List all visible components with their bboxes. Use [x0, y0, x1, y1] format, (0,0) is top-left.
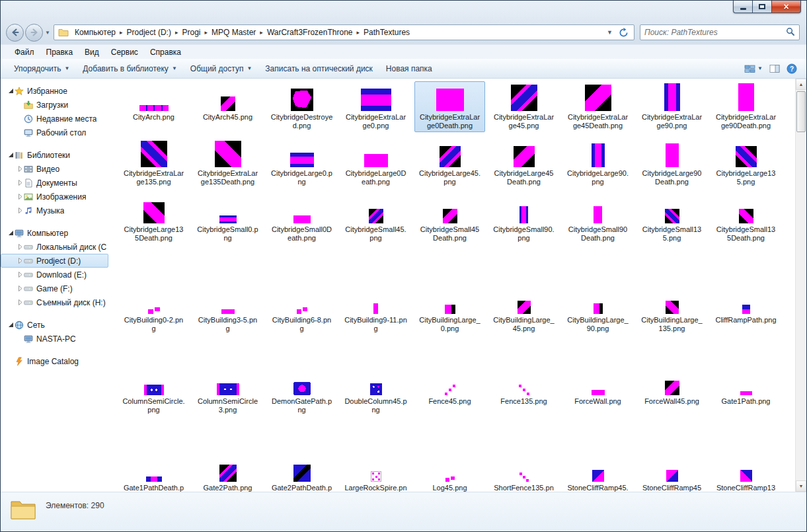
file-item[interactable]: CitybridgeLarge45Death.png	[488, 137, 559, 188]
file-item[interactable]: Gate1PathDeath.png	[118, 452, 189, 492]
sidebar-item-14[interactable]: Съемный диск (H:)	[1, 295, 108, 309]
share-button[interactable]: Общий доступ▼	[184, 61, 259, 77]
file-item[interactable]: CityBuilding6-8.png	[266, 284, 337, 335]
file-item[interactable]: CitybridgeLarge135Death.png	[118, 194, 189, 245]
search-input[interactable]: Поиск: PathTextures	[644, 28, 786, 37]
file-item[interactable]: CitybridgeDestroyed.png	[266, 81, 337, 132]
file-item[interactable]: LargeRockSpire.png	[340, 452, 411, 492]
add-to-library-button[interactable]: Добавить в библиотеку▼	[76, 61, 183, 77]
refresh-button[interactable]	[617, 28, 632, 38]
file-item[interactable]: CitybridgeSmall90.png	[488, 194, 559, 245]
recent-pages-dropdown-icon[interactable]: ▼	[45, 30, 50, 36]
help-button[interactable]: ?	[787, 63, 797, 74]
sidebar-item-9[interactable]: Компьютер	[1, 226, 108, 240]
breadcrumb-item[interactable]: MPQ Master	[208, 26, 259, 38]
file-item[interactable]: CitybridgeSmall90Death.png	[562, 194, 633, 245]
file-item[interactable]: CityBuilding3-5.png	[192, 284, 263, 335]
sidebar-item-3[interactable]: Рабочий стол	[1, 126, 108, 139]
menu-file[interactable]: Файл	[9, 46, 40, 59]
breadcrumb-item[interactable]: Prodject (D:)	[124, 26, 174, 38]
file-item[interactable]: CitybridgeExtraLarge45.png	[488, 81, 559, 132]
file-item[interactable]: CitybridgeLarge90Death.png	[636, 137, 707, 188]
sidebar-item-15[interactable]: Сеть	[1, 318, 108, 332]
file-item[interactable]: CitybridgeSmall0.png	[192, 194, 263, 245]
address-bar[interactable]: Компьютер▸Prodject (D:)▸Progi▸MPQ Master…	[54, 24, 634, 40]
views-button[interactable]: ▼	[744, 64, 763, 73]
file-item[interactable]: StoneCliffRamp45Death.png	[636, 452, 707, 492]
file-item[interactable]: Log45.png	[414, 452, 485, 492]
file-item[interactable]: DoubleColumn45.png	[340, 365, 411, 416]
file-item[interactable]: CitybridgeExtraLarge90Death.png	[711, 81, 781, 132]
sidebar-item-10[interactable]: Локальный диск (C	[1, 240, 108, 254]
file-item[interactable]: StoneCliffRamp135.png	[711, 452, 781, 492]
file-item[interactable]: CityBuilding0-2.png	[118, 284, 189, 335]
sidebar-item-4[interactable]: Библиотеки	[1, 148, 108, 162]
file-item[interactable]: CitybridgeExtraLarge135.png	[118, 137, 189, 188]
file-item[interactable]: CityBuildingLarge_90.png	[562, 284, 633, 335]
file-item[interactable]: Gate2PathDeath.png	[266, 452, 337, 492]
file-item[interactable]: CitybridgeSmall45Death.png	[414, 194, 485, 245]
maximize-button[interactable]	[752, 1, 771, 13]
file-item[interactable]: CitybridgeExtraLarge45Death.png	[562, 81, 633, 132]
sidebar-item-16[interactable]: NASTA-PC	[1, 332, 108, 346]
breadcrumb-item[interactable]: Progi	[178, 26, 204, 38]
scroll-up-button[interactable]: ▲	[796, 79, 806, 90]
file-item[interactable]: ForceWall45.png	[636, 365, 707, 416]
menu-view[interactable]: Вид	[79, 46, 105, 59]
burn-button[interactable]: Записать на оптический диск	[258, 61, 379, 77]
sidebar-item-0[interactable]: Избранное	[1, 84, 108, 98]
file-item[interactable]: CitybridgeSmall135Death.png	[711, 194, 781, 245]
file-item[interactable]: DemonGatePath.png	[266, 365, 337, 416]
titlebar[interactable]: ×	[1, 1, 806, 20]
file-item[interactable]: ForceWall.png	[562, 365, 633, 416]
scrollbar-thumb[interactable]	[796, 91, 806, 132]
file-item[interactable]: CitybridgeExtraLarge135Death.png	[192, 137, 263, 188]
vertical-scrollbar[interactable]: ▲ ▼	[795, 79, 806, 492]
sidebar-item-5[interactable]: Видео	[1, 162, 108, 176]
close-button[interactable]: ×	[771, 1, 801, 13]
sidebar-item-11[interactable]: Prodject (D:)	[1, 254, 108, 268]
file-grid[interactable]: CityArch.pngCityArch45.pngCitybridgeDest…	[110, 79, 795, 492]
file-item[interactable]: CityArch45.png	[192, 81, 263, 132]
file-item[interactable]: ShortFence135.png	[488, 452, 559, 492]
file-item[interactable]: CitybridgeLarge135.png	[711, 137, 781, 188]
file-item[interactable]: ColumnSemiCircle.png	[118, 365, 189, 416]
back-button[interactable]	[6, 24, 24, 42]
new-folder-button[interactable]: Новая папка	[379, 61, 439, 77]
file-item[interactable]: CitybridgeLarge0Death.png	[340, 137, 411, 188]
organize-button[interactable]: Упорядочить▼	[7, 61, 76, 77]
sidebar-item-17[interactable]: Image Catalog	[1, 354, 108, 368]
preview-pane-button[interactable]	[769, 64, 780, 73]
file-item[interactable]: CityBuildingLarge_135.png	[636, 284, 707, 335]
scroll-down-button[interactable]: ▼	[796, 480, 806, 492]
sidebar-item-8[interactable]: Музыка	[1, 204, 108, 217]
file-item[interactable]: CliffRampPath.png	[711, 284, 781, 335]
file-item[interactable]: CitybridgeSmall135.png	[636, 194, 707, 245]
menu-help[interactable]: Справка	[144, 46, 187, 59]
sidebar-item-13[interactable]: Game (F:)	[1, 282, 108, 295]
file-item[interactable]: CityBuildingLarge_45.png	[488, 284, 559, 335]
breadcrumb-item[interactable]: PathTextures	[360, 26, 413, 38]
address-dropdown-icon[interactable]: ▼	[602, 29, 617, 36]
breadcrumb-item[interactable]: WarCraft3FrozenThrone	[264, 26, 356, 38]
sidebar-item-7[interactable]: Изображения	[1, 190, 108, 204]
file-item[interactable]: CityArch.png	[118, 81, 189, 132]
sidebar-item-2[interactable]: Недавние места	[1, 112, 108, 126]
file-item[interactable]: Gate2Path.png	[192, 452, 263, 492]
menu-edit[interactable]: Правка	[40, 46, 79, 59]
file-item[interactable]: CitybridgeSmall45.png	[340, 194, 411, 245]
file-item[interactable]: ColumnSemiCircle3.png	[192, 365, 263, 416]
file-item[interactable]: CitybridgeLarge45.png	[414, 137, 485, 188]
minimize-button[interactable]	[733, 1, 752, 13]
sidebar-item-1[interactable]: Загрузки	[1, 98, 108, 112]
sidebar-item-6[interactable]: Документы	[1, 176, 108, 190]
file-item[interactable]: CitybridgeExtraLarge0.png	[340, 81, 411, 132]
file-item[interactable]: CityBuildingLarge_0.png	[414, 284, 485, 335]
file-item[interactable]: CitybridgeLarge0.png	[266, 137, 337, 188]
forward-button[interactable]	[25, 24, 43, 42]
file-item[interactable]: CitybridgeExtraLarge90.png	[636, 81, 707, 132]
menu-tools[interactable]: Сервис	[105, 46, 144, 59]
file-item[interactable]: CitybridgeSmall0Death.png	[266, 194, 337, 245]
search-box[interactable]: Поиск: PathTextures	[640, 24, 800, 40]
file-item[interactable]: CityBuilding9-11.png	[340, 284, 411, 335]
